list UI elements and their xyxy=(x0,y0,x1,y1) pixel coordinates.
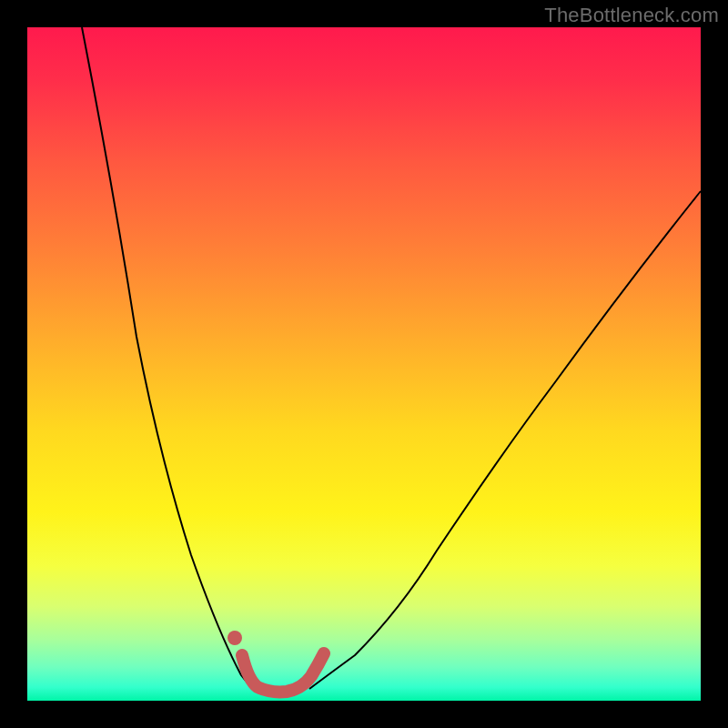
curve-left-branch xyxy=(82,27,255,689)
watermark-text: TheBottleneck.com xyxy=(544,4,719,27)
outer-frame: TheBottleneck.com xyxy=(0,0,728,728)
marker-dot xyxy=(228,631,242,645)
curve-svg xyxy=(27,27,701,701)
plot-area xyxy=(27,27,701,701)
curve-right-branch xyxy=(309,191,701,689)
